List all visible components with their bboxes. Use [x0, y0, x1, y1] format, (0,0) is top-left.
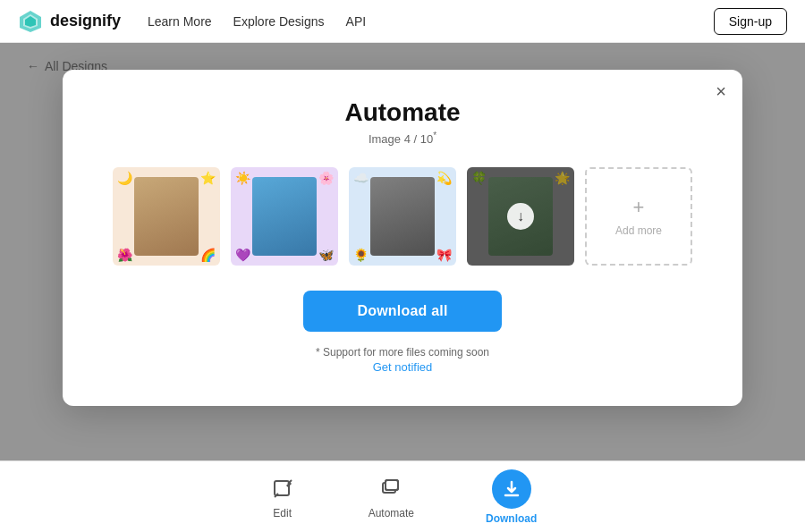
thumbnail-download-icon: ↓ [507, 203, 534, 230]
tab-download[interactable]: Download [486, 469, 537, 525]
sticker-icon: 🦋 [318, 249, 334, 261]
add-more-box[interactable]: + Add more [585, 167, 692, 266]
nav-explore-designs[interactable]: Explore Designs [233, 14, 325, 29]
sticker-icon: 🌺 [117, 249, 132, 261]
get-notified-link[interactable]: Get notified [95, 360, 710, 374]
sticker-icon: 🌙 [117, 172, 132, 184]
sticker-icon: 🌸 [318, 172, 334, 184]
tab-automate[interactable]: Automate [369, 475, 414, 519]
modal-subtitle: Image 4 / 10* [95, 131, 710, 146]
sticker-icon: 🌻 [353, 249, 369, 261]
add-more-label: Add more [615, 224, 662, 237]
svg-rect-3 [275, 481, 289, 495]
tab-automate-label: Automate [369, 507, 414, 519]
thumbnail-download-overlay: ↓ [467, 167, 574, 266]
navbar: designify Learn More Explore Designs API… [0, 0, 805, 43]
modal-close-button[interactable]: × [716, 82, 726, 100]
thumbnail-1[interactable]: 🌙 ⭐ 🌺 🌈 [113, 167, 220, 266]
sticker-icon: 🌈 [200, 249, 216, 261]
sticker-icon: ☀️ [235, 172, 250, 184]
thumbnail-3[interactable]: ☁️ 💫 🌻 🎀 [349, 167, 456, 266]
logo-icon [18, 9, 43, 34]
bottom-tabbar: Edit Automate Download [0, 460, 805, 532]
tab-download-label: Download [486, 512, 537, 525]
modal-footer-note: * Support for more files coming soon [95, 346, 710, 359]
page-background: ← All Designs × Automate Image 4 / 10* 🌙 [0, 43, 805, 532]
logo[interactable]: designify [18, 9, 121, 34]
thumbnail-4[interactable]: 🍀 🌟 ↓ [467, 167, 574, 266]
sticker-icon: 💫 [436, 172, 452, 184]
thumbnails-row: 🌙 ⭐ 🌺 🌈 ☀️ 🌸 💜 🦋 [95, 167, 710, 266]
modal-subtitle-text: Image 4 / 10 [369, 132, 433, 146]
logo-text: designify [50, 12, 121, 30]
sticker-icon: ☁️ [353, 172, 369, 184]
modal-subtitle-sup: * [433, 131, 436, 140]
modal-overlay: × Automate Image 4 / 10* 🌙 ⭐ 🌺 🌈 [0, 43, 805, 532]
modal-title: Automate [95, 98, 710, 127]
sticker-icon: 💜 [235, 249, 250, 261]
automate-icon [377, 475, 405, 503]
sticker-icon: 🎀 [436, 249, 452, 261]
nav-api[interactable]: API [346, 14, 367, 29]
download-all-button[interactable]: Download all [303, 291, 501, 332]
thumbnail-2[interactable]: ☀️ 🌸 💜 🦋 [231, 167, 338, 266]
tab-edit[interactable]: Edit [268, 475, 297, 519]
navbar-links: Learn More Explore Designs API [148, 14, 714, 29]
signup-button[interactable]: Sign-up [714, 8, 787, 35]
add-more-plus-icon: + [633, 196, 645, 219]
sticker-icon: ⭐ [200, 172, 216, 184]
download-circle-icon [492, 469, 531, 509]
nav-learn-more[interactable]: Learn More [148, 14, 212, 29]
edit-icon [268, 475, 297, 503]
tab-edit-label: Edit [273, 507, 292, 519]
svg-rect-7 [386, 480, 398, 490]
modal: × Automate Image 4 / 10* 🌙 ⭐ 🌺 🌈 [63, 70, 742, 406]
